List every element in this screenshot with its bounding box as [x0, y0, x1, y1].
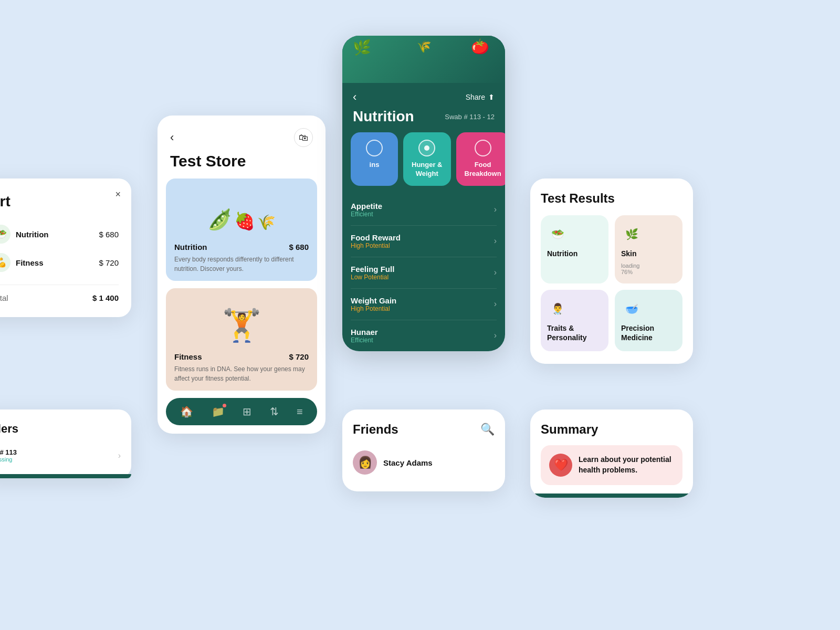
- fitness-card-body: Fitness $ 720 Fitness runs in DNA. See h…: [166, 346, 317, 391]
- friends-item-stacy[interactable]: 👩 Stacy Adams: [353, 446, 495, 479]
- tab-vitamins-label: ins: [370, 161, 380, 170]
- item-weight-gain-status: High Potential: [351, 305, 396, 312]
- fitness-illustration: 🏋️: [166, 288, 317, 346]
- order-status: ocessing: [0, 456, 17, 463]
- stacy-name: Stacy Adams: [383, 458, 433, 467]
- orders-title: rders: [0, 422, 121, 436]
- nutrition-list-item-weight-gain[interactable]: Weight Gain High Potential ›: [351, 289, 497, 320]
- orders-item[interactable]: ler # 113 ocessing ›: [0, 443, 121, 468]
- cart-total-value: $ 1 400: [92, 293, 119, 302]
- nutrition-card-image: 🫛 🍓 🌾: [166, 178, 317, 236]
- summary-bottom-bar: [530, 494, 693, 498]
- cart-panel: × art 🥗 Nutrition $ 680 💪 Fitness $ 720 …: [0, 178, 131, 317]
- item-weight-gain-chevron: ›: [494, 299, 497, 309]
- summary-title: Summary: [541, 422, 682, 437]
- nav-home-icon[interactable]: 🏠: [180, 405, 193, 418]
- nutrition-tabs: ins Hunger &Weight FoodBreakdown: [342, 132, 505, 194]
- fitness-avatar: 💪: [0, 253, 10, 272]
- orders-panel: rders ler # 113 ocessing ›: [0, 410, 131, 478]
- result-skin-name: Skin: [621, 249, 637, 258]
- result-card-traits[interactable]: 👨‍⚕️ Traits &Personality: [541, 290, 608, 351]
- fitness-card-row: Fitness $ 720: [174, 352, 309, 361]
- summary-card[interactable]: ❤️ Learn about your potential health pro…: [541, 445, 682, 485]
- friends-title: Friends: [353, 422, 398, 437]
- summary-panel: Summary ❤️ Learn about your potential he…: [530, 410, 693, 498]
- item-appetite-chevron: ›: [494, 205, 497, 214]
- nav-grid-icon[interactable]: ⊞: [243, 405, 251, 418]
- result-traits-icon: 👨‍⚕️: [547, 298, 568, 319]
- cart-item: 🥗 Nutrition $ 680: [0, 225, 119, 244]
- cart-total-label: Total: [0, 293, 8, 302]
- nutrition-title-row: Nutrition Swab # 113 - 12: [342, 108, 505, 132]
- nutrition-list-item-hunaer[interactable]: Hunaer Efficient ›: [351, 320, 497, 351]
- nutrition-list-item-food-reward[interactable]: Food Reward High Potential ›: [351, 226, 497, 257]
- nutrition-card-name: Nutrition: [174, 243, 207, 251]
- cart-item: 💪 Fitness $ 720: [0, 253, 119, 272]
- share-icon: ⬆: [488, 93, 495, 101]
- item-food-reward-status: High Potential: [351, 242, 401, 249]
- result-nutrition-name: Nutrition: [547, 249, 578, 258]
- tab-food-icon: [475, 140, 491, 156]
- nutrition-card-row: Nutrition $ 680: [174, 243, 309, 251]
- item-hunaer-status: Efficient: [351, 337, 378, 344]
- store-title: Test Store: [158, 147, 326, 178]
- nutrition-list: Appetite Efficient › Food Reward High Po…: [342, 194, 505, 351]
- nutrition-top-image: 🌿 🍅 🌾: [342, 36, 505, 83]
- tab-hunger-label: Hunger &Weight: [412, 161, 443, 178]
- item-weight-gain-name: Weight Gain: [351, 296, 396, 305]
- fitness-card-price: $ 720: [289, 352, 309, 361]
- nutrition-avatar: 🥗: [0, 225, 10, 244]
- stacy-avatar: 👩: [353, 450, 377, 475]
- nutrition-swab: Swab # 113 - 12: [445, 113, 495, 121]
- fitness-card-name: Fitness: [174, 352, 202, 361]
- nutrition-list-item-appetite[interactable]: Appetite Efficient ›: [351, 194, 497, 226]
- tab-food-label: FoodBreakdown: [465, 161, 501, 178]
- friends-header: Friends 🔍: [353, 422, 495, 437]
- nutrition-panel: 🌿 🍅 🌾 ‹ Share ⬆ Nutrition Swab # 113 - 1…: [342, 36, 505, 351]
- store-back-button[interactable]: ‹: [170, 131, 174, 144]
- nutrition-title: Nutrition: [353, 108, 414, 125]
- friends-search-icon[interactable]: 🔍: [480, 423, 495, 436]
- nav-folder-icon[interactable]: 📁: [212, 405, 225, 418]
- results-panel: Test Results 🥗 Nutrition 🌿 Skin loading7…: [530, 178, 693, 364]
- nutrition-card-desc: Every body responds differently to diffe…: [174, 255, 309, 274]
- item-appetite-status: Efficient: [351, 211, 382, 218]
- cart-close-button[interactable]: ×: [115, 189, 121, 200]
- fitness-card-image: 🏋️: [166, 288, 317, 346]
- orders-chevron-icon: ›: [118, 451, 121, 460]
- item-feeling-full-name: Feeling Full: [351, 265, 394, 274]
- nutrition-back-button[interactable]: ‹: [353, 90, 356, 104]
- tab-food-breakdown[interactable]: FoodBreakdown: [456, 132, 506, 186]
- food-illustration: 🫛 🍓 🌾: [166, 178, 317, 236]
- nav-sort-icon[interactable]: ⇅: [270, 405, 279, 418]
- result-traits-name: Traits &Personality: [547, 323, 586, 342]
- nutrition-list-item-feeling-full[interactable]: Feeling Full Low Potential ›: [351, 257, 497, 289]
- tab-vitamins-icon: [366, 140, 383, 156]
- nutrition-share-button[interactable]: Share ⬆: [466, 93, 495, 101]
- friends-panel: Friends 🔍 👩 Stacy Adams: [342, 410, 505, 491]
- item-food-reward-chevron: ›: [494, 236, 497, 246]
- cart-item-price: $ 680: [99, 230, 119, 239]
- store-cart-icon[interactable]: 🛍: [294, 128, 313, 147]
- orders-bottom-bar: [0, 474, 131, 478]
- item-appetite-name: Appetite: [351, 202, 382, 211]
- result-card-nutrition[interactable]: 🥗 Nutrition: [541, 215, 608, 284]
- result-card-skin[interactable]: 🌿 Skin loading76%: [615, 215, 682, 284]
- store-panel: ‹ 🛍 Test Store 🫛 🍓 🌾 Nutrition $ 680 Eve…: [158, 116, 326, 434]
- nav-filter-icon[interactable]: ≡: [297, 406, 303, 418]
- tab-vitamins[interactable]: ins: [351, 132, 398, 186]
- fitness-card-desc: Fitness runs in DNA. See how your genes …: [174, 364, 309, 383]
- tab-hunger-weight[interactable]: Hunger &Weight: [403, 132, 451, 186]
- cart-item-price: $ 720: [99, 258, 119, 267]
- item-food-reward-name: Food Reward: [351, 233, 401, 242]
- result-skin-sub: loading76%: [621, 262, 639, 275]
- summary-card-icon: ❤️: [549, 454, 572, 477]
- item-feeling-full-status: Low Potential: [351, 274, 394, 281]
- fitness-product-card[interactable]: 🏋️ Fitness $ 720 Fitness runs in DNA. Se…: [166, 288, 317, 391]
- store-nav-bar: 🏠 📁 ⊞ ⇅ ≡: [166, 398, 317, 425]
- cart-item-name: Fitness: [16, 258, 44, 267]
- result-precision-name: PrecisionMedicine: [621, 323, 654, 342]
- result-card-precision[interactable]: 🥣 PrecisionMedicine: [615, 290, 682, 351]
- nutrition-product-card[interactable]: 🫛 🍓 🌾 Nutrition $ 680 Every body respond…: [166, 178, 317, 281]
- result-nutrition-icon: 🥗: [547, 224, 568, 245]
